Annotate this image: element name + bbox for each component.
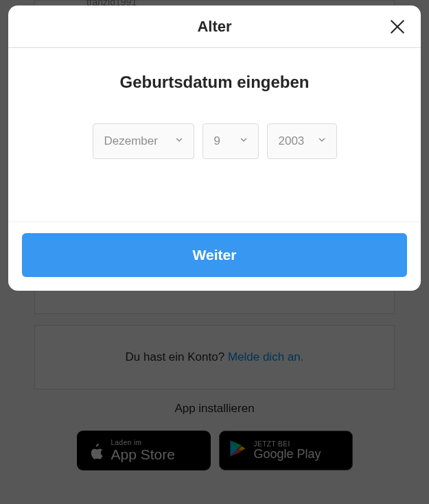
chevron-down-icon: [174, 135, 184, 147]
date-selects-row: Dezember 9 2003: [93, 123, 337, 159]
day-value: 9: [214, 134, 220, 148]
chevron-down-icon: [239, 135, 248, 147]
modal-body: Geburtsdatum eingeben Dezember 9 2003: [8, 48, 421, 221]
month-value: Dezember: [104, 134, 158, 148]
year-value: 2003: [279, 134, 305, 148]
year-select[interactable]: 2003: [267, 123, 337, 159]
modal-title: Alter: [197, 18, 231, 36]
continue-button[interactable]: Weiter: [22, 233, 407, 277]
age-modal: Alter Geburtsdatum eingeben Dezember 9: [8, 5, 421, 291]
close-button[interactable]: [386, 16, 408, 38]
close-icon: [388, 17, 407, 36]
modal-header: Alter: [8, 5, 421, 48]
month-select[interactable]: Dezember: [93, 123, 194, 159]
chevron-down-icon: [317, 135, 327, 147]
modal-footer: Weiter: [8, 221, 421, 291]
modal-heading: Geburtsdatum eingeben: [119, 73, 309, 92]
day-select[interactable]: 9: [202, 123, 259, 159]
